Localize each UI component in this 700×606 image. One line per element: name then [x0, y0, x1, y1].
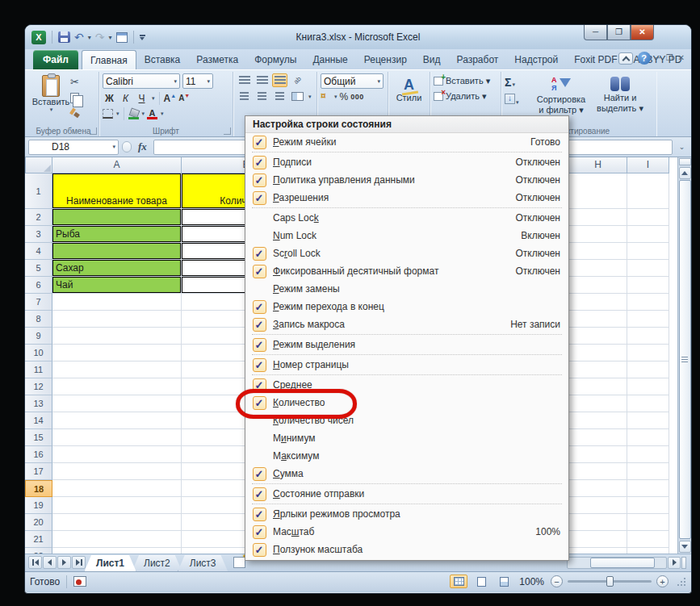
scroll-up-icon[interactable] — [679, 167, 691, 179]
menu-item[interactable]: ✓Состояние отправки — [245, 485, 568, 503]
align-center-icon[interactable] — [254, 90, 270, 103]
cell-A3[interactable]: Рыба — [52, 226, 182, 243]
cell-H19[interactable] — [569, 497, 627, 514]
menu-item[interactable]: Режим замены — [245, 280, 568, 298]
cell-I14[interactable] — [627, 412, 669, 429]
minimize-button[interactable]: ─ — [584, 25, 607, 40]
cell-H18[interactable] — [569, 480, 627, 497]
cell-H22[interactable] — [569, 548, 627, 554]
cell-I17[interactable] — [627, 463, 669, 480]
cell-H5[interactable] — [569, 260, 627, 277]
row-header-10[interactable]: 10 — [25, 345, 52, 362]
align-bottom-icon[interactable] — [272, 73, 287, 87]
cell-styles-icon[interactable]: A — [404, 77, 414, 93]
last-sheet-icon[interactable] — [72, 556, 86, 569]
row-header-3[interactable]: 3 — [25, 226, 52, 243]
insert-sheet-icon[interactable] — [233, 557, 245, 568]
column-header-H[interactable]: H — [569, 157, 627, 173]
scroll-right-icon[interactable] — [668, 557, 681, 569]
tab-split-handle[interactable] — [681, 557, 686, 569]
row-header-6[interactable]: 6 — [25, 277, 52, 294]
cell-A6[interactable]: Чай — [52, 277, 182, 294]
menu-item[interactable]: ✓РазрешенияОтключен — [245, 189, 568, 207]
menu-item[interactable]: Количество чисел — [245, 412, 568, 429]
cell-I15[interactable] — [627, 429, 669, 446]
cell-A17[interactable] — [52, 463, 182, 480]
underline-button[interactable]: Ч — [135, 91, 149, 105]
menu-item[interactable]: ✓Ярлыки режимов просмотра — [245, 505, 568, 523]
column-header-I[interactable]: I — [627, 157, 669, 173]
accounting-format-icon[interactable] — [321, 92, 331, 102]
cell-H10[interactable] — [569, 345, 627, 362]
row-header-21[interactable]: 21 — [25, 531, 52, 548]
sheet-tab-лист2[interactable]: Лист2 — [132, 555, 182, 572]
insert-cells-button[interactable]: Вставить ▾ — [434, 73, 497, 89]
cell-I5[interactable] — [627, 260, 669, 277]
cell-I20[interactable] — [627, 514, 669, 531]
cell-A7[interactable] — [52, 294, 182, 311]
page-layout-view-button[interactable] — [472, 575, 490, 588]
row-header-13[interactable]: 13 — [25, 395, 52, 412]
tab-file[interactable]: Файл — [33, 50, 78, 69]
menu-item[interactable]: ✓Ползунок масштаба — [245, 541, 568, 558]
row-header-2[interactable]: 2 — [25, 209, 52, 226]
menu-item[interactable]: ✓Режим ячейкиГотово — [245, 133, 568, 151]
cell-I12[interactable] — [627, 378, 669, 395]
cell-A9[interactable] — [52, 328, 182, 345]
close-button[interactable]: ✕ — [631, 25, 654, 40]
cell-A12[interactable] — [52, 378, 182, 395]
cell-H8[interactable] — [569, 311, 627, 328]
decrease-font-icon[interactable]: А▼ — [178, 93, 190, 102]
row-header-1[interactable]: 1 — [25, 173, 52, 209]
cell-I6[interactable] — [627, 277, 669, 294]
row-header-22[interactable]: 22 — [25, 548, 52, 554]
redo-dropdown-icon[interactable]: ▾ — [108, 34, 111, 41]
cell-I19[interactable] — [627, 497, 669, 514]
row-header-20[interactable]: 20 — [25, 514, 52, 531]
format-painter-icon[interactable] — [70, 108, 80, 118]
cell-H16[interactable] — [569, 446, 627, 463]
font-name-combo[interactable]: Calibri▾ — [103, 73, 180, 89]
cell-I3[interactable] — [627, 226, 669, 243]
undo-dropdown-icon[interactable]: ▾ — [88, 34, 91, 41]
menu-item[interactable]: ✓Номер страницы — [245, 356, 568, 374]
prev-sheet-icon[interactable] — [43, 556, 57, 569]
cut-icon[interactable]: ✂ — [70, 77, 79, 88]
row-header-15[interactable]: 15 — [25, 429, 52, 446]
cell-I7[interactable] — [627, 294, 669, 311]
scroll-down-icon[interactable] — [679, 541, 691, 553]
workbook-close-icon[interactable]: ✕ — [678, 52, 685, 64]
cell-H15[interactable] — [569, 429, 627, 446]
redo-icon[interactable]: ↷ — [95, 31, 105, 43]
menu-item[interactable]: Num LockВключен — [245, 227, 568, 244]
cell-I22[interactable] — [627, 548, 669, 554]
cell-A19[interactable] — [52, 497, 182, 514]
row-header-5[interactable]: 5 — [25, 260, 52, 277]
merge-center-icon[interactable] — [290, 90, 305, 103]
row-header-11[interactable]: 11 — [25, 362, 52, 378]
select-all-corner[interactable] — [25, 157, 52, 173]
ribbon-tab[interactable]: Формулы — [246, 50, 304, 69]
help-icon[interactable]: ? — [638, 52, 651, 65]
cell-I9[interactable] — [627, 328, 669, 345]
vertical-scroll-thumb[interactable] — [679, 180, 691, 539]
menu-item[interactable]: ✓Запись макросаНет записи — [245, 316, 568, 333]
cell-A11[interactable] — [52, 362, 182, 378]
cell-H20[interactable] — [569, 514, 627, 531]
menu-item[interactable]: ✓Политика управления даннымиОтключен — [245, 171, 568, 189]
cell-A2[interactable] — [52, 209, 182, 226]
workbook-icon[interactable] — [116, 32, 128, 43]
menu-item[interactable]: ✓Среднее — [245, 376, 568, 394]
copy-icon[interactable] — [70, 93, 79, 103]
menu-item[interactable]: ✓Фиксированный десятичный форматОтключен — [245, 262, 568, 280]
font-size-combo[interactable]: 11▾ — [182, 73, 213, 89]
horizontal-scroll-track[interactable] — [567, 557, 667, 569]
cell-H13[interactable] — [569, 395, 627, 412]
cell-A10[interactable] — [52, 345, 182, 362]
record-macro-icon[interactable] — [73, 576, 86, 587]
cell-A13[interactable] — [52, 395, 182, 412]
menu-item[interactable]: ✓Scroll LockОтключен — [245, 244, 568, 262]
cell-I10[interactable] — [627, 345, 669, 362]
increase-font-icon[interactable]: А▲ — [164, 93, 177, 104]
cell-H17[interactable] — [569, 463, 627, 480]
